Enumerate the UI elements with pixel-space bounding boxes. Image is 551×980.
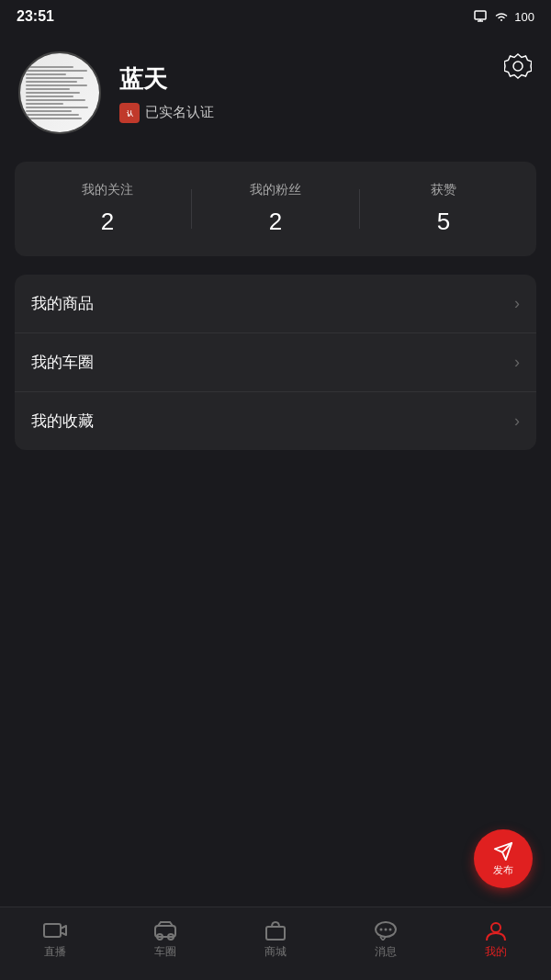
profile-icon [484, 920, 508, 941]
stat-likes-value: 5 [437, 208, 450, 236]
publish-fab-button[interactable]: 发布 [474, 829, 533, 888]
avatar [18, 51, 101, 134]
screen-icon [474, 10, 489, 23]
svg-text:认: 认 [127, 109, 134, 118]
stat-following-value: 2 [101, 208, 114, 236]
menu-item-products[interactable]: 我的商品 › [15, 275, 536, 333]
menu-item-car-circle-label: 我的车圈 [31, 352, 94, 373]
fab-label: 发布 [493, 863, 513, 877]
profile-name: 蓝天 [119, 63, 533, 96]
stat-followers-value: 2 [269, 208, 282, 236]
settings-button[interactable] [503, 51, 533, 81]
bottom-nav: 直播 车圈 商城 消息 我的 [0, 907, 551, 980]
verified-text: 已实名认证 [145, 104, 214, 121]
settings-icon [504, 52, 532, 80]
chevron-right-icon: › [514, 294, 520, 313]
message-icon [374, 920, 398, 941]
status-icons: 100 [474, 10, 534, 24]
nav-live-label: 直播 [44, 944, 66, 960]
svg-marker-4 [504, 54, 532, 78]
send-icon [493, 841, 513, 862]
wifi-icon [494, 10, 509, 23]
svg-rect-6 [44, 924, 61, 937]
svg-point-13 [385, 929, 388, 931]
menu-item-products-label: 我的商品 [31, 293, 94, 314]
menu-item-car-circle[interactable]: 我的车圈 › [15, 333, 536, 392]
nav-message-label: 消息 [375, 944, 397, 960]
stat-followers[interactable]: 我的粉丝 2 [192, 182, 359, 236]
status-bar: 23:51 100 [0, 0, 551, 33]
stat-likes[interactable]: 获赞 5 [360, 182, 527, 236]
stat-following[interactable]: 我的关注 2 [24, 182, 191, 236]
nav-item-mine[interactable]: 我的 [441, 920, 551, 960]
nav-item-car-circle[interactable]: 车圈 [110, 920, 220, 960]
battery-label: 100 [514, 10, 534, 24]
stats-section: 我的关注 2 我的粉丝 2 获赞 5 [15, 162, 536, 256]
svg-point-14 [389, 929, 392, 931]
nav-mall-label: 商城 [264, 944, 287, 960]
menu-item-favorites[interactable]: 我的收藏 › [15, 392, 536, 450]
nav-item-message[interactable]: 消息 [331, 920, 441, 960]
svg-rect-10 [266, 927, 285, 940]
nav-item-live[interactable]: 直播 [0, 920, 110, 960]
status-time: 23:51 [17, 8, 54, 25]
menu-section: 我的商品 › 我的车圈 › 我的收藏 › [15, 275, 536, 450]
svg-point-12 [380, 929, 383, 931]
svg-rect-0 [475, 11, 486, 19]
stat-following-label: 我的关注 [82, 182, 133, 198]
verified-icon: 认 [119, 103, 140, 123]
car-icon [153, 920, 177, 941]
verified-badge: 认 已实名认证 [119, 103, 533, 123]
nav-item-mall[interactable]: 商城 [220, 920, 331, 960]
stat-followers-label: 我的粉丝 [250, 182, 301, 198]
stat-likes-label: 获赞 [431, 182, 456, 198]
live-icon [43, 920, 67, 941]
nav-mine-label: 我的 [485, 944, 507, 960]
profile-info: 蓝天 认 已实名认证 [119, 63, 533, 123]
menu-item-favorites-label: 我的收藏 [31, 411, 94, 432]
mall-icon [264, 920, 287, 941]
profile-section: 蓝天 认 已实名认证 [0, 33, 551, 162]
chevron-right-icon-2: › [514, 353, 520, 372]
nav-car-circle-label: 车圈 [154, 944, 176, 960]
svg-point-15 [491, 923, 500, 932]
svg-point-5 [513, 62, 523, 71]
chevron-right-icon-3: › [514, 411, 520, 431]
